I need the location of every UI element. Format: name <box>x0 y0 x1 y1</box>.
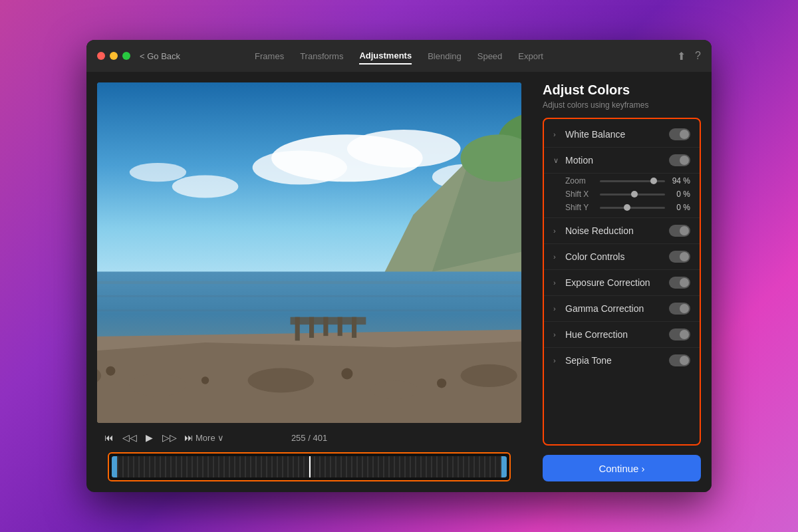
svg-rect-15 <box>97 295 521 297</box>
skip-back-button[interactable]: ⏮ <box>102 432 116 443</box>
adj-gamma-left: › Gamma Correction <box>553 303 644 314</box>
svg-rect-32 <box>323 317 328 336</box>
more-button[interactable]: More ∨ <box>196 433 224 443</box>
zoom-value: 94 % <box>670 176 690 186</box>
video-frame <box>97 82 521 423</box>
chevron-right-icon: › <box>553 130 560 138</box>
motion-toggle[interactable] <box>669 154 690 166</box>
go-back-button[interactable]: < Go Back <box>140 51 180 61</box>
adj-sepia-left: › Sepia Tone <box>553 355 612 366</box>
adj-hue-label: Hue Correction <box>565 329 628 340</box>
tab-speed[interactable]: Speed <box>477 49 503 64</box>
svg-rect-33 <box>338 317 342 336</box>
main-window: < Go Back Frames Transforms Adjustments … <box>86 40 712 492</box>
timeline-container[interactable] <box>108 452 511 481</box>
maximize-button[interactable] <box>122 52 130 60</box>
shifty-slider[interactable] <box>600 207 665 209</box>
hue-toggle[interactable] <box>669 329 690 340</box>
svg-point-7 <box>130 163 186 182</box>
chevron-down-icon: ∨ <box>553 156 560 165</box>
adj-hue[interactable]: › Hue Correction <box>544 322 700 348</box>
play-button[interactable]: ▶ <box>142 432 156 443</box>
timeline-playhead[interactable] <box>309 456 311 477</box>
tab-adjustments[interactable]: Adjustments <box>359 48 412 65</box>
tab-export[interactable]: Export <box>518 49 543 64</box>
timeline-handle-left[interactable] <box>112 456 117 477</box>
zoom-slider[interactable] <box>600 180 665 182</box>
motion-sub-controls: Zoom 94 % Shift X 0 % Shif <box>544 174 700 218</box>
adj-sepia[interactable]: › Sepia Tone <box>544 348 700 373</box>
adj-noise-reduction[interactable]: › Noise Reduction <box>544 218 700 244</box>
svg-point-25 <box>106 366 115 376</box>
adj-motion[interactable]: ∨ Motion <box>544 148 700 174</box>
skip-forward-button[interactable]: ⏭ <box>182 432 196 443</box>
svg-point-3 <box>253 150 347 184</box>
landscape-svg <box>97 82 521 423</box>
shiftx-label: Shift X <box>565 190 595 199</box>
shiftx-slider[interactable] <box>600 194 665 196</box>
shifty-label: Shift Y <box>565 203 595 212</box>
shifty-thumb[interactable] <box>624 204 630 211</box>
svg-point-22 <box>370 380 418 399</box>
noise-chevron-icon: › <box>553 227 560 235</box>
adj-noise-left: › Noise Reduction <box>553 225 634 236</box>
adj-white-balance-left: › White Balance <box>553 129 625 140</box>
step-back-button[interactable]: ◁◁ <box>122 432 136 443</box>
gamma-chevron-icon: › <box>553 305 560 313</box>
svg-point-20 <box>130 374 186 396</box>
titlebar: < Go Back Frames Transforms Adjustments … <box>86 40 712 72</box>
help-icon[interactable]: ? <box>695 50 701 62</box>
adj-color-controls[interactable]: › Color Controls <box>544 244 700 270</box>
adj-gamma[interactable]: › Gamma Correction <box>544 296 700 322</box>
adj-white-balance[interactable]: › White Balance <box>544 122 700 148</box>
share-icon[interactable]: ⬆ <box>677 50 686 63</box>
shiftx-thumb[interactable] <box>631 191 638 198</box>
left-panel: ⏮ ◁◁ ▶ ▷▷ ⏭ 255 / 401 More ∨ <box>86 72 532 492</box>
right-panel: Adjust Colors Adjust colors using keyfra… <box>532 72 712 492</box>
traffic-lights <box>97 52 130 60</box>
svg-point-28 <box>437 378 446 388</box>
timeline-handle-right[interactable] <box>501 456 507 477</box>
noise-toggle[interactable] <box>669 225 690 237</box>
color-toggle[interactable] <box>669 251 690 263</box>
exposure-chevron-icon: › <box>553 279 560 287</box>
svg-point-5 <box>172 175 239 198</box>
svg-point-2 <box>347 130 461 168</box>
panel-subtitle: Adjust colors using keyframes <box>543 100 701 110</box>
continue-button[interactable]: Continue › <box>543 455 701 481</box>
white-balance-toggle[interactable] <box>669 128 690 140</box>
panel-title: Adjust Colors <box>543 82 701 98</box>
exposure-toggle[interactable] <box>669 277 690 289</box>
tab-transforms[interactable]: Transforms <box>300 49 343 64</box>
main-content: ⏮ ◁◁ ▶ ▷▷ ⏭ 255 / 401 More ∨ Adju <box>86 72 712 492</box>
shiftx-value: 0 % <box>670 190 690 199</box>
adj-motion-left: ∨ Motion <box>553 155 593 166</box>
go-back-label: < Go Back <box>140 51 180 61</box>
svg-point-27 <box>341 368 352 380</box>
hue-chevron-icon: › <box>553 331 560 338</box>
close-button[interactable] <box>97 52 105 60</box>
svg-rect-31 <box>309 317 314 338</box>
sepia-chevron-icon: › <box>553 356 560 364</box>
sepia-toggle[interactable] <box>669 354 690 366</box>
adj-exposure[interactable]: › Exposure Correction <box>544 270 700 296</box>
gamma-toggle[interactable] <box>669 303 690 315</box>
svg-point-26 <box>201 376 209 384</box>
zoom-label: Zoom <box>565 176 595 186</box>
adjustments-list: › White Balance ∨ Motion Zoom <box>543 118 701 446</box>
color-chevron-icon: › <box>553 253 560 261</box>
shifty-value: 0 % <box>670 203 690 212</box>
minimize-button[interactable] <box>110 52 118 60</box>
step-forward-button[interactable]: ▷▷ <box>162 432 176 443</box>
playback-controls: ⏮ ◁◁ ▶ ▷▷ ⏭ <box>102 432 196 443</box>
titlebar-icons: ⬆ ? <box>677 50 701 63</box>
timeline-track <box>112 456 507 477</box>
zoom-thumb[interactable] <box>650 178 657 184</box>
svg-rect-16 <box>97 309 521 311</box>
tab-blending[interactable]: Blending <box>428 49 462 64</box>
adj-color-left: › Color Controls <box>553 251 624 262</box>
adj-exposure-left: › Exposure Correction <box>553 277 650 288</box>
svg-rect-14 <box>97 281 521 284</box>
tab-frames[interactable]: Frames <box>255 49 284 64</box>
adj-sepia-label: Sepia Tone <box>565 355 612 366</box>
